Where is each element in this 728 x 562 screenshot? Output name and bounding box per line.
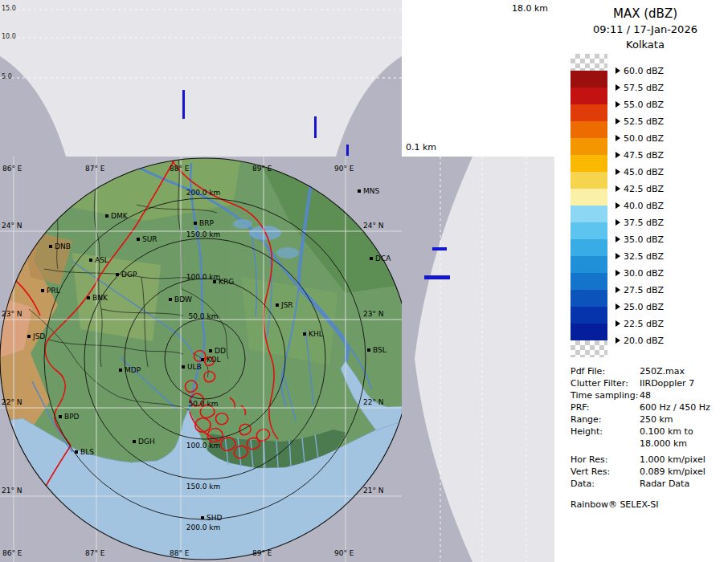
station-label: DD xyxy=(215,347,226,355)
dbz-swatch xyxy=(571,340,607,357)
station-mns: MNS xyxy=(358,187,379,195)
station-label: DNB xyxy=(55,242,71,250)
latitude-label: 23° N xyxy=(2,310,22,318)
level-arrow-icon xyxy=(616,253,620,259)
dbz-level-label: 20.0 dBZ xyxy=(616,335,664,346)
info-value: 48 xyxy=(640,389,651,401)
level-arrow-icon xyxy=(616,219,620,226)
dbz-level-text: 57.5 dBZ xyxy=(624,83,664,93)
info-value: 250Z.max xyxy=(640,365,685,377)
station-marker-icon xyxy=(370,257,373,260)
info-row: Clutter Filter:IIRDoppler 7 xyxy=(571,377,725,389)
info-label: PRF: xyxy=(571,401,640,413)
radar-display-window: 15.010.05.0 18.0 km 0.1 km xyxy=(0,0,728,562)
range-ring-label: 50.0 km xyxy=(189,312,219,320)
vertical-projection-side-panel xyxy=(402,157,554,562)
station-label: SHD xyxy=(207,514,222,522)
dbz-swatch xyxy=(571,273,607,290)
station-krg: KRG xyxy=(213,278,234,286)
station-label: KOL xyxy=(207,356,221,364)
top-panel-graphic xyxy=(0,0,402,157)
longitude-label: 86° E xyxy=(2,165,22,173)
station-bls: BLS xyxy=(75,448,94,456)
legend-panel: MAX (dBZ) 09:11 / 17-Jan-2026 Kolkata 60… xyxy=(562,0,728,562)
latitude-label: 24° N xyxy=(2,222,22,230)
station-label: KHL xyxy=(309,330,323,338)
station-marker-icon xyxy=(303,332,306,336)
dbz-level-label: 50.0 dBZ xyxy=(616,132,664,144)
level-arrow-icon xyxy=(616,303,620,310)
station-marker-icon xyxy=(105,214,108,218)
station-label: BNK xyxy=(92,294,108,302)
station-brp: BRP xyxy=(194,219,214,227)
longitude-label: 87° E xyxy=(85,165,105,173)
dbz-level-text: 50.0 dBZ xyxy=(624,133,664,144)
latitude-label: 22° N xyxy=(363,398,384,406)
station-marker-icon xyxy=(201,358,204,361)
dbz-level-text: 42.5 dBZ xyxy=(624,184,664,194)
longitude-label: 90° E xyxy=(334,549,354,557)
dbz-level-text: 30.0 dBZ xyxy=(624,268,664,279)
station-dgh: DGH xyxy=(133,438,155,446)
station-label: BLS xyxy=(80,448,94,456)
info-value: 1.000 km/pixel xyxy=(640,454,706,466)
range-ring-label: 150.0 km xyxy=(186,483,221,491)
dbz-swatch xyxy=(571,290,607,307)
info-row: Height:0.100 km to xyxy=(571,426,725,438)
station-label: KRG xyxy=(219,278,234,286)
station-khl: KHL xyxy=(303,330,323,338)
dbz-level-label: 55.0 dBZ xyxy=(616,99,664,110)
dbz-level-label: 22.5 dBZ xyxy=(616,318,664,329)
station-label: ULB xyxy=(187,363,202,371)
station-label: PRL xyxy=(47,287,60,295)
info-value: 18.000 km xyxy=(640,438,687,450)
dbz-level-label: 35.0 dBZ xyxy=(616,234,664,245)
info-label: Time sampling: xyxy=(571,389,640,401)
station-label: DCA xyxy=(375,255,391,263)
dbz-level-text: 40.0 dBZ xyxy=(624,201,664,211)
level-arrow-icon xyxy=(616,118,620,124)
longitude-label: 90° E xyxy=(334,165,354,173)
level-arrow-icon xyxy=(616,202,620,209)
station-label: DGH xyxy=(138,438,155,446)
radar-map-panel[interactable]: 86° E86° E87° E87° E88° E88° E89° E89° E… xyxy=(0,157,402,562)
station-dd: DD xyxy=(209,347,226,355)
info-label: Vert Res: xyxy=(571,466,640,478)
longitude-label: 89° E xyxy=(252,165,272,173)
info-label: Hor Res: xyxy=(571,454,640,466)
info-label: Range: xyxy=(571,413,640,426)
dbz-swatch xyxy=(571,88,607,104)
station-marker-icon xyxy=(182,365,185,369)
dbz-swatch xyxy=(571,239,607,256)
level-arrow-icon xyxy=(616,67,620,74)
range-ring-label: 200.0 km xyxy=(186,189,221,197)
dbz-swatch xyxy=(571,256,607,273)
timestamp: 09:11 / 17-Jan-2026 xyxy=(562,23,728,35)
dbz-swatch xyxy=(571,206,607,222)
level-arrow-icon xyxy=(616,337,620,344)
range-ring-label: 50.0 km xyxy=(189,400,219,408)
dbz-level-label: 60.0 dBZ xyxy=(616,65,664,76)
dbz-level-label: 32.5 dBZ xyxy=(616,250,664,262)
longitude-label: 88° E xyxy=(170,165,190,173)
station-asl: ASL xyxy=(89,256,108,264)
station-jsr: JSR xyxy=(276,301,293,309)
level-arrow-icon xyxy=(616,185,620,192)
station-marker-icon xyxy=(201,516,204,519)
longitude-label: 86° E xyxy=(2,549,22,557)
level-arrow-icon xyxy=(616,169,620,175)
station-prl: PRL xyxy=(41,287,60,295)
range-ring-label: 150.0 km xyxy=(186,230,221,238)
dbz-level-label: 52.5 dBZ xyxy=(616,116,664,127)
station-marker-icon xyxy=(276,303,279,307)
level-arrow-icon xyxy=(616,270,620,276)
info-label: Clutter Filter: xyxy=(571,377,640,389)
info-value: 250 km xyxy=(640,413,673,426)
dbz-level-text: 47.5 dBZ xyxy=(624,150,664,161)
latitude-label: 24° N xyxy=(363,222,384,230)
dbz-colorbar: 60.0 dBZ57.5 dBZ55.0 dBZ52.5 dBZ50.0 dBZ… xyxy=(571,54,723,357)
product-info-block: Pdf File:250Z.maxClutter Filter:IIRDoppl… xyxy=(571,365,725,490)
dbz-level-text: 55.0 dBZ xyxy=(624,100,664,110)
station-label: SUR xyxy=(142,235,157,243)
station-label: MDP xyxy=(125,366,141,374)
